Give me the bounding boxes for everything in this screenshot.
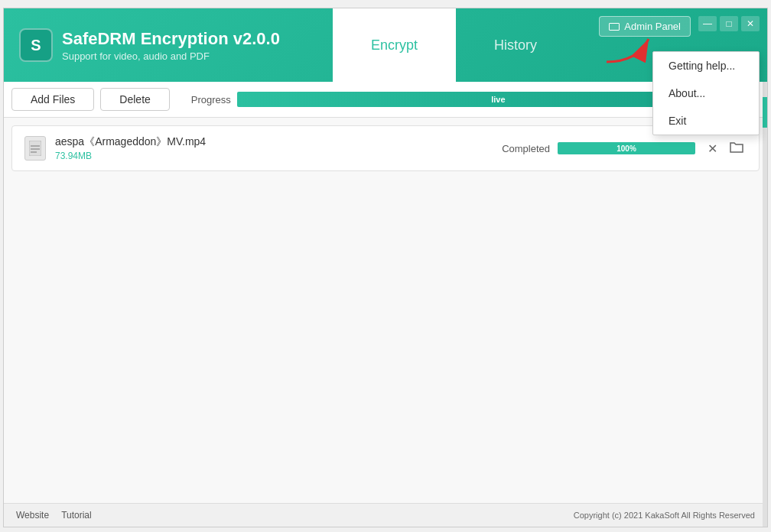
close-button[interactable]: ✕ bbox=[741, 16, 760, 31]
status-label: Completed bbox=[502, 143, 550, 154]
svg-rect-2 bbox=[31, 148, 40, 150]
file-list: aespa《Armageddon》MV.mp4 73.94MB Complete… bbox=[4, 118, 767, 503]
table-row: aespa《Armageddon》MV.mp4 73.94MB Complete… bbox=[11, 125, 760, 171]
footer-links: Website Tutorial bbox=[16, 510, 92, 521]
dropdown-item-about[interactable]: About... bbox=[653, 79, 759, 107]
logo-area: S SafeDRM Encryption v2.0.0 Support for … bbox=[4, 28, 333, 62]
file-size: 73.94MB bbox=[55, 151, 493, 161]
website-link[interactable]: Website bbox=[16, 510, 49, 521]
footer-copyright: Copyright (c) 2021 KakaSoft All Rights R… bbox=[574, 511, 755, 520]
svg-rect-3 bbox=[31, 151, 37, 153]
app-title: SafeDRM Encryption v2.0.0 bbox=[62, 29, 280, 49]
file-actions: ✕ bbox=[704, 138, 747, 159]
file-type-icon bbox=[24, 136, 46, 161]
tutorial-link[interactable]: Tutorial bbox=[61, 510, 92, 521]
file-info: aespa《Armageddon》MV.mp4 73.94MB bbox=[55, 135, 493, 161]
file-progress-bar: 100% bbox=[558, 142, 695, 154]
dropdown-item-exit[interactable]: Exit bbox=[653, 107, 759, 135]
scrollbar[interactable] bbox=[763, 82, 767, 527]
file-progress-fill: 100% bbox=[558, 142, 695, 154]
add-files-button[interactable]: Add Files bbox=[11, 88, 94, 111]
tab-history[interactable]: History bbox=[456, 8, 575, 82]
tab-encrypt[interactable]: Encrypt bbox=[333, 8, 456, 82]
minimize-button[interactable]: — bbox=[698, 16, 717, 31]
admin-panel-button[interactable]: Admin Panel bbox=[599, 16, 691, 37]
file-status: Completed 100% bbox=[502, 142, 695, 154]
monitor-icon bbox=[609, 23, 620, 31]
footer: Website Tutorial Copyright (c) 2021 Kaka… bbox=[4, 503, 767, 527]
app-subtitle: Support for video, audio and PDF bbox=[62, 50, 280, 62]
open-folder-button[interactable] bbox=[727, 138, 747, 159]
window-controls: — □ ✕ bbox=[698, 16, 760, 31]
maximize-button[interactable]: □ bbox=[720, 16, 738, 31]
file-name: aespa《Armageddon》MV.mp4 bbox=[55, 135, 493, 149]
delete-button[interactable]: Delete bbox=[100, 88, 169, 111]
scrollbar-thumb[interactable] bbox=[763, 97, 767, 128]
svg-rect-1 bbox=[31, 145, 40, 147]
dropdown-item-getting-help[interactable]: Getting help... bbox=[653, 52, 759, 79]
app-window: S SafeDRM Encryption v2.0.0 Support for … bbox=[3, 8, 768, 527]
progress-label: Progress bbox=[191, 94, 231, 105]
logo-text: SafeDRM Encryption v2.0.0 Support for vi… bbox=[62, 29, 280, 62]
remove-file-button[interactable]: ✕ bbox=[704, 138, 721, 159]
dropdown-menu: Getting help... About... Exit bbox=[652, 51, 760, 135]
app-logo-icon: S bbox=[19, 28, 53, 62]
